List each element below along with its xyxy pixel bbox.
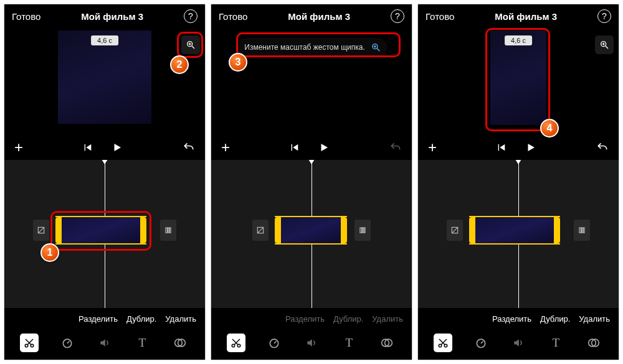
split-button[interactable]: Разделить (78, 314, 118, 324)
preview-clip[interactable]: 4,6 с (490, 30, 546, 125)
duplicate-button: Дублир. (333, 314, 363, 324)
cut-tool[interactable] (434, 334, 452, 352)
delete-button[interactable]: Удалить (579, 314, 610, 324)
filter-tool[interactable] (584, 334, 603, 352)
svg-point-58 (477, 339, 485, 347)
svg-line-38 (274, 342, 276, 343)
skip-start-icon[interactable] (290, 142, 300, 152)
delete-button: Удалить (372, 314, 403, 324)
project-title: Мой фильм 3 (495, 11, 557, 22)
pinch-hint-text: Измените масштаб жестом щипка. (244, 43, 364, 52)
clip-track (4, 216, 205, 245)
marker-4: 4 (540, 119, 559, 138)
clip-actions: Разделить Дублир. Удалить (4, 308, 205, 327)
top-bar: Готово Мой фильм 3 ? (418, 4, 619, 27)
help-icon[interactable]: ? (391, 9, 404, 23)
svg-marker-26 (293, 144, 298, 151)
transport-bar: + (4, 136, 205, 160)
project-title: Мой фильм 3 (81, 11, 143, 22)
bottom-toolbar: T (211, 327, 412, 360)
duplicate-button[interactable]: Дублир. (540, 314, 570, 324)
screen-1: Готово Мой фильм 3 ? 4,6 с 2 + 1 (4, 4, 206, 360)
timeline[interactable] (211, 160, 412, 308)
preview-area: Измените масштаб жестом щипка. 3 (211, 27, 412, 136)
add-media-button[interactable]: + (221, 139, 230, 156)
done-button[interactable]: Готово (426, 11, 454, 22)
svg-line-1 (192, 46, 194, 49)
marker-2: 2 (170, 55, 189, 74)
svg-line-43 (606, 46, 608, 49)
trim-handle-left[interactable] (469, 217, 475, 243)
svg-rect-25 (292, 144, 292, 151)
clip-actions: Разделить Дублир. Удалить (211, 308, 412, 327)
trim-handle-right[interactable] (341, 217, 347, 243)
trim-handle-left[interactable] (55, 217, 62, 243)
trim-handle-right[interactable] (140, 217, 146, 243)
play-icon[interactable] (318, 142, 330, 153)
text-tool[interactable]: T (546, 334, 565, 352)
timeline[interactable]: 1 (4, 160, 205, 308)
delete-button[interactable]: Удалить (165, 314, 196, 324)
svg-marker-6 (115, 144, 121, 151)
top-bar: Готово Мой фильм 3 ? (211, 4, 412, 27)
svg-point-37 (270, 339, 278, 347)
undo-icon[interactable] (596, 141, 609, 154)
timeline[interactable] (418, 160, 619, 308)
top-bar: Готово Мой фильм 3 ? (4, 4, 205, 27)
trim-handle-right[interactable] (554, 217, 560, 243)
project-title: Мой фильм 3 (288, 11, 350, 22)
speed-tool[interactable] (472, 334, 490, 352)
preview-area: 4,6 с 2 (4, 27, 205, 136)
svg-marker-27 (321, 144, 328, 151)
help-icon[interactable]: ? (597, 9, 611, 23)
duration-badge: 4,6 с (505, 35, 532, 45)
screen-2: Готово Мой фильм 3 ? Измените масштаб же… (211, 4, 412, 360)
add-media-button[interactable]: + (428, 139, 437, 156)
speed-tool[interactable] (265, 334, 283, 352)
skip-start-icon[interactable] (497, 142, 506, 152)
svg-marker-47 (500, 144, 505, 151)
undo-icon[interactable] (389, 141, 402, 154)
cut-tool[interactable] (20, 334, 39, 352)
speed-tool[interactable] (58, 334, 77, 352)
volume-tool[interactable] (95, 334, 114, 352)
add-media-button[interactable]: + (14, 139, 23, 156)
transport-bar: + (211, 136, 412, 160)
cut-tool[interactable] (227, 334, 245, 352)
help-icon[interactable]: ? (184, 9, 197, 23)
zoom-button[interactable] (595, 35, 614, 54)
svg-marker-18 (100, 339, 105, 347)
split-button[interactable]: Разделить (492, 314, 531, 324)
done-button[interactable]: Готово (219, 11, 247, 22)
selected-clip[interactable] (55, 216, 146, 245)
pinch-hint: Измените масштаб жестом щипка. (235, 38, 387, 57)
bottom-toolbar: T (4, 327, 205, 360)
preview-clip[interactable]: 4,6 с (58, 30, 151, 124)
svg-rect-46 (498, 144, 499, 151)
clip-track (211, 216, 412, 245)
trim-handle-left[interactable] (275, 217, 281, 243)
svg-line-17 (67, 342, 69, 343)
selected-clip[interactable] (275, 216, 347, 245)
duration-badge: 4,6 с (91, 35, 118, 45)
svg-marker-60 (514, 339, 519, 347)
skip-start-icon[interactable] (83, 142, 93, 152)
play-icon[interactable] (525, 142, 536, 153)
volume-tool[interactable] (302, 334, 321, 352)
done-button[interactable]: Готово (12, 11, 40, 22)
filter-tool[interactable] (171, 334, 189, 352)
filter-tool[interactable] (378, 334, 396, 352)
transport-bar: + (418, 136, 619, 160)
bottom-toolbar: T (418, 327, 619, 360)
text-tool[interactable]: T (340, 334, 358, 352)
duplicate-button[interactable]: Дублир. (126, 314, 156, 324)
split-button: Разделить (285, 314, 325, 324)
undo-icon[interactable] (183, 141, 195, 154)
text-tool[interactable]: T (133, 334, 151, 352)
selected-clip[interactable] (469, 216, 560, 245)
zoom-button[interactable] (181, 35, 200, 54)
magnifier-icon (371, 42, 381, 52)
volume-tool[interactable] (509, 334, 528, 352)
play-icon[interactable] (112, 142, 123, 153)
svg-point-16 (63, 339, 71, 347)
